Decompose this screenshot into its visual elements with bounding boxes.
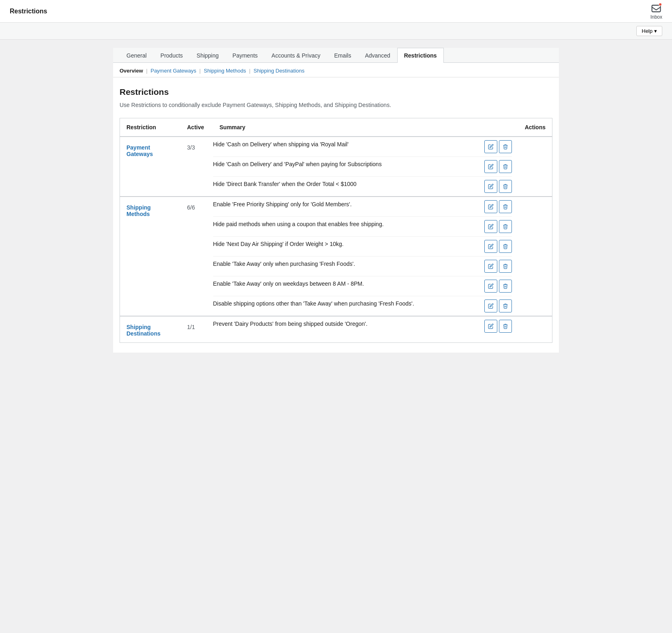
sub-nav: Overview | Payment Gateways | Shipping M… (113, 63, 559, 77)
restriction-name-payment-gateways: Payment Gateways (120, 137, 181, 197)
col-header-summary: Summary (213, 118, 512, 137)
actions-pg3 (484, 180, 512, 193)
actions-sm6 (484, 299, 512, 312)
restriction-summary-payment-gateways: Hide 'Cash on Delivery' when shipping vi… (213, 137, 512, 197)
subnav-payment-gateways[interactable]: Payment Gateways (150, 68, 196, 74)
inbox-button[interactable]: Inbox (651, 3, 662, 20)
restriction-link-payment-gateways[interactable]: Payment Gateways (126, 144, 153, 157)
actions-sm1 (484, 200, 512, 213)
edit-button-sm2[interactable] (484, 220, 497, 233)
svg-rect-0 (652, 5, 661, 11)
restrictions-description: Use Restrictions to conditionally exclud… (120, 102, 552, 108)
edit-button-sm4[interactable] (484, 260, 497, 273)
delete-button-pg3[interactable] (499, 180, 512, 193)
restriction-active-shipping-destinations: 1/1 (181, 316, 213, 343)
actions-sm5 (484, 280, 512, 293)
delete-button-pg2[interactable] (499, 160, 512, 173)
summary-text-sm3: Hide 'Next Day Air Shipping' if Order We… (213, 240, 484, 248)
summary-item-sm3: Hide 'Next Day Air Shipping' if Order We… (213, 237, 512, 257)
delete-button-sm1[interactable] (499, 200, 512, 213)
edit-button-sm3[interactable] (484, 240, 497, 253)
page-title: Restrictions (10, 8, 47, 15)
summary-item-sd1: Prevent 'Dairy Products' from being ship… (213, 316, 512, 336)
group-row-shipping-destinations: Shipping Destinations1/1Prevent 'Dairy P… (120, 316, 552, 343)
help-chevron: ▾ (654, 28, 657, 34)
delete-button-sm4[interactable] (499, 260, 512, 273)
restriction-active-payment-gateways: 3/3 (181, 137, 213, 197)
group-row-shipping-methods: Shipping Methods6/6Enable 'Free Priority… (120, 197, 552, 316)
edit-button-pg3[interactable] (484, 180, 497, 193)
tab-general[interactable]: General (120, 48, 154, 63)
summary-item-sm5: Enable 'Take Away' only on weekdays betw… (213, 276, 512, 296)
delete-button-sd1[interactable] (499, 320, 512, 333)
summary-item-sm1: Enable 'Free Priority Shipping' only for… (213, 197, 512, 217)
delete-button-sm5[interactable] (499, 280, 512, 293)
summary-item-sm6: Disable shipping options other than 'Tak… (213, 296, 512, 316)
restriction-summary-shipping-methods: Enable 'Free Priority Shipping' only for… (213, 197, 512, 316)
actions-col-payment-gateways (512, 137, 552, 197)
actions-sm3 (484, 240, 512, 253)
summary-text-sm4: Enable 'Take Away' only when purchasing … (213, 260, 484, 268)
edit-button-pg2[interactable] (484, 160, 497, 173)
summary-text-sm6: Disable shipping options other than 'Tak… (213, 299, 484, 308)
actions-col-shipping-destinations (512, 316, 552, 343)
subnav-shipping-destinations[interactable]: Shipping Destinations (254, 68, 305, 74)
delete-button-pg1[interactable] (499, 140, 512, 153)
edit-button-sm6[interactable] (484, 299, 497, 312)
restriction-active-shipping-methods: 6/6 (181, 197, 213, 316)
summary-text-sd1: Prevent 'Dairy Products' from being ship… (213, 320, 484, 328)
restrictions-title: Restrictions (120, 87, 552, 97)
help-bar: Help ▾ (0, 23, 672, 40)
inbox-label: Inbox (651, 14, 662, 20)
tab-products[interactable]: Products (154, 48, 190, 63)
actions-pg2 (484, 160, 512, 173)
summary-text-sm2: Hide paid methods when using a coupon th… (213, 220, 484, 229)
restriction-link-shipping-methods[interactable]: Shipping Methods (126, 204, 151, 217)
tab-emails[interactable]: Emails (327, 48, 358, 63)
summary-text-sm1: Enable 'Free Priority Shipping' only for… (213, 200, 484, 209)
summary-item-pg2: Hide 'Cash on Delivery' and 'PayPal' whe… (213, 157, 512, 177)
summary-text-sm5: Enable 'Take Away' only on weekdays betw… (213, 280, 484, 288)
inbox-icon (651, 3, 662, 14)
actions-col-shipping-methods (512, 197, 552, 316)
delete-button-sm3[interactable] (499, 240, 512, 253)
col-header-active: Active (181, 118, 213, 137)
actions-sd1 (484, 320, 512, 333)
col-header-actions: Actions (512, 118, 552, 137)
actions-pg1 (484, 140, 512, 153)
content-wrap: General Products Shipping Payments Accou… (113, 48, 559, 353)
edit-button-pg1[interactable] (484, 140, 497, 153)
col-header-restriction: Restriction (120, 118, 181, 137)
restriction-summary-shipping-destinations: Prevent 'Dairy Products' from being ship… (213, 316, 512, 343)
summary-text-pg3: Hide 'Direct Bank Transfer' when the Ord… (213, 180, 484, 188)
summary-text-pg1: Hide 'Cash on Delivery' when shipping vi… (213, 140, 484, 149)
restriction-link-shipping-destinations[interactable]: Shipping Destinations (126, 324, 161, 337)
summary-item-sm2: Hide paid methods when using a coupon th… (213, 217, 512, 237)
actions-sm4 (484, 260, 512, 273)
tab-advanced[interactable]: Advanced (358, 48, 397, 63)
edit-button-sm1[interactable] (484, 200, 497, 213)
restriction-name-shipping-methods: Shipping Methods (120, 197, 181, 316)
summary-item-sm4: Enable 'Take Away' only when purchasing … (213, 257, 512, 276)
inbox-badge (659, 3, 662, 6)
subnav-overview: Overview (120, 68, 143, 74)
summary-text-pg2: Hide 'Cash on Delivery' and 'PayPal' whe… (213, 160, 484, 169)
delete-button-sm6[interactable] (499, 299, 512, 312)
help-label: Help (642, 28, 653, 34)
tab-shipping[interactable]: Shipping (190, 48, 226, 63)
actions-sm2 (484, 220, 512, 233)
summary-item-pg1: Hide 'Cash on Delivery' when shipping vi… (213, 137, 512, 157)
subnav-shipping-methods[interactable]: Shipping Methods (204, 68, 246, 74)
tab-payments[interactable]: Payments (226, 48, 265, 63)
edit-button-sd1[interactable] (484, 320, 497, 333)
group-row-payment-gateways: Payment Gateways3/3Hide 'Cash on Deliver… (120, 137, 552, 197)
tab-accounts-privacy[interactable]: Accounts & Privacy (265, 48, 327, 63)
edit-button-sm5[interactable] (484, 280, 497, 293)
delete-button-sm2[interactable] (499, 220, 512, 233)
help-button[interactable]: Help ▾ (636, 26, 662, 36)
tabs-nav: General Products Shipping Payments Accou… (113, 48, 559, 63)
tab-restrictions[interactable]: Restrictions (397, 48, 444, 63)
summary-item-pg3: Hide 'Direct Bank Transfer' when the Ord… (213, 177, 512, 196)
top-bar: Restrictions Inbox (0, 0, 672, 23)
restriction-name-shipping-destinations: Shipping Destinations (120, 316, 181, 343)
